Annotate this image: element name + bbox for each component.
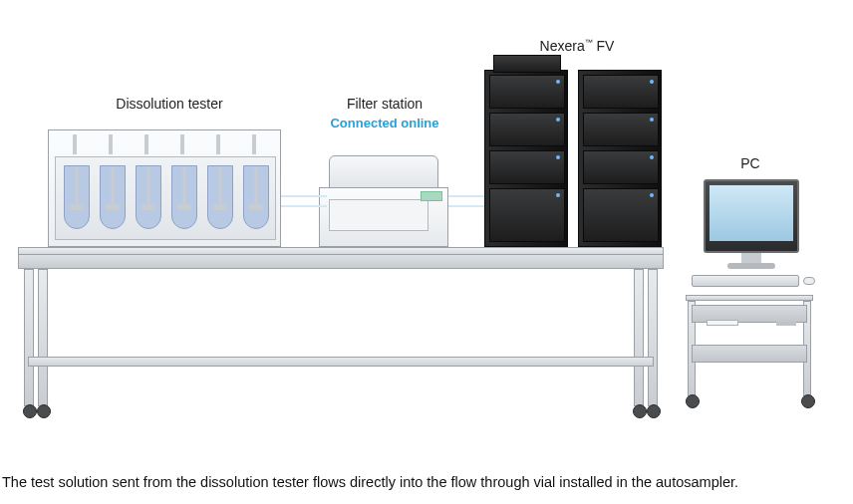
dissolution-bath: [55, 156, 276, 240]
diagram-caption: The test solution sent from the dissolut…: [0, 474, 853, 490]
stir-rod-icon: [73, 134, 77, 154]
hplc-top-unit: [493, 55, 561, 73]
nexera-fv-instrument: [484, 70, 662, 247]
stir-rod-icon: [109, 134, 113, 154]
castor-icon: [647, 404, 661, 418]
flow-line-icon: [281, 205, 327, 207]
monitor-icon: [704, 179, 799, 253]
hplc-module: [583, 113, 659, 146]
vessel-icon: [64, 165, 90, 229]
led-icon: [650, 118, 654, 122]
label-nexera-fv: Nexera™ FV: [532, 38, 622, 54]
led-icon: [650, 193, 654, 197]
screen-icon: [710, 185, 793, 241]
filter-display-icon: [421, 191, 442, 201]
flow-line-icon: [281, 195, 327, 197]
hplc-module: [489, 188, 565, 242]
bench-leg: [38, 269, 48, 406]
stir-rod-icon: [180, 134, 184, 154]
cart-shelf: [692, 345, 807, 363]
filter-station: [319, 155, 448, 247]
hplc-module: [489, 113, 565, 146]
pc-workstation: [698, 179, 805, 297]
filter-lid: [329, 155, 438, 189]
stir-rod-icon: [252, 134, 256, 154]
trademark-icon: ™: [585, 38, 593, 47]
led-icon: [650, 155, 654, 159]
led-icon: [650, 80, 654, 84]
drive-slot-icon: [707, 320, 738, 326]
bench-top: [18, 247, 664, 255]
led-icon: [556, 193, 560, 197]
bench-apron: [18, 255, 664, 269]
drive-buttons-icon: [776, 322, 796, 326]
lab-bench: [18, 247, 664, 410]
hplc-module: [583, 150, 659, 184]
hplc-tower: [484, 70, 568, 247]
castor-icon: [633, 404, 647, 418]
cart-shelf: [692, 305, 807, 323]
vessel-icon: [136, 165, 161, 229]
castor-icon: [686, 394, 700, 408]
vessel-icon: [171, 165, 197, 229]
nexera-pre: Nexera: [540, 38, 585, 54]
bench-shelf: [28, 357, 654, 367]
vessel-icon: [100, 165, 126, 229]
led-icon: [556, 80, 560, 84]
stir-rod-icon: [144, 134, 148, 154]
label-pc: PC: [735, 155, 765, 171]
label-connected-online: Connected online: [325, 116, 444, 130]
nexera-post: FV: [593, 38, 615, 54]
led-icon: [556, 155, 560, 159]
flow-line-icon: [448, 205, 488, 207]
monitor-base: [727, 263, 775, 269]
stir-rod-icon: [216, 134, 220, 154]
hplc-tower: [578, 70, 662, 247]
bench-leg: [648, 269, 658, 406]
pc-cart: [686, 295, 813, 412]
mouse-icon: [803, 277, 815, 285]
castor-icon: [801, 394, 815, 408]
castor-icon: [37, 404, 51, 418]
hplc-module: [489, 150, 565, 184]
lab-system-diagram: Dissolution tester Filter station Connec…: [0, 0, 853, 504]
dissolution-tester: [48, 129, 281, 247]
label-filter-station: Filter station: [335, 96, 434, 112]
filter-tray: [329, 199, 428, 231]
hplc-module: [583, 188, 659, 242]
bench-leg: [634, 269, 644, 406]
cart-top: [686, 295, 813, 301]
vessel-icon: [243, 165, 269, 229]
hplc-module: [583, 75, 659, 109]
bench-leg: [24, 269, 34, 406]
vessel-icon: [207, 165, 233, 229]
castor-icon: [23, 404, 37, 418]
led-icon: [556, 118, 560, 122]
label-dissolution-tester: Dissolution tester: [100, 96, 239, 112]
flow-line-icon: [448, 195, 488, 197]
keyboard-icon: [692, 275, 799, 287]
hplc-module: [489, 75, 565, 109]
